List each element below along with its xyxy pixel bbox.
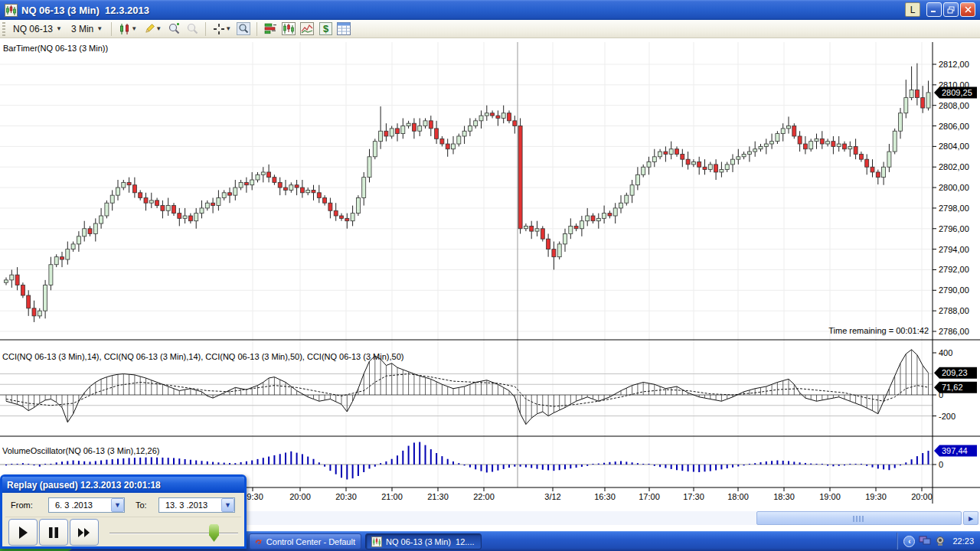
instrument-label: NQ 06-13 bbox=[13, 24, 53, 34]
window-title: NQ 06-13 (3 Min) 12.3.2013 bbox=[21, 5, 149, 16]
cursor-mode-button[interactable]: ▼ bbox=[211, 21, 234, 37]
toolbar-grip[interactable] bbox=[2, 22, 5, 36]
cci-panel-label: CCI(NQ 06-13 (3 Min),14), CCI(NQ 06-13 (… bbox=[2, 352, 403, 361]
svg-text:3/12: 3/12 bbox=[544, 492, 560, 501]
candlestick-icon bbox=[119, 23, 131, 35]
time-axis-layer: 19:3020:0020:3021:0021:3022:003/1216:301… bbox=[242, 487, 933, 501]
svg-text:21:00: 21:00 bbox=[381, 492, 403, 501]
tray-clock: 22:23 bbox=[952, 536, 974, 546]
drawing-tool-button[interactable]: ▼ bbox=[141, 21, 164, 37]
svg-text:71,62: 71,62 bbox=[942, 383, 963, 392]
restore-button[interactable] bbox=[943, 2, 959, 17]
window-titlebar[interactable]: NQ 06-13 (3 Min) 12.3.2013 L bbox=[0, 0, 980, 20]
replay-to-label: To: bbox=[136, 500, 147, 510]
replay-titlebar[interactable]: Replay (paused) 12.3.2013 20:01:18 bbox=[2, 477, 244, 493]
hscroll-thumb[interactable] bbox=[756, 511, 962, 525]
toolbar-separator bbox=[111, 22, 112, 36]
replay-play-button[interactable] bbox=[8, 519, 38, 546]
candles-layer bbox=[5, 64, 931, 322]
replay-fastforward-button[interactable] bbox=[70, 519, 99, 546]
chart-area[interactable]: 2786,002788,002790,002792,002794,002796,… bbox=[0, 38, 980, 507]
svg-text:2792,00: 2792,00 bbox=[939, 265, 969, 274]
zoom-in-button[interactable] bbox=[165, 21, 182, 37]
zoom-in-icon bbox=[168, 22, 181, 35]
app-chart-icon bbox=[5, 4, 18, 17]
zoom-out-button[interactable] bbox=[184, 21, 201, 37]
svg-text:19:30: 19:30 bbox=[865, 492, 887, 501]
region-zoom-button[interactable] bbox=[235, 21, 252, 37]
close-button[interactable] bbox=[960, 2, 975, 17]
svg-text:2796,00: 2796,00 bbox=[939, 224, 969, 233]
replay-slider-thumb[interactable] bbox=[209, 524, 219, 542]
system-tray: ‹ 22:23 bbox=[889, 531, 980, 551]
hscroll-right-arrow[interactable]: ▸ bbox=[963, 511, 978, 525]
replay-from-label: From: bbox=[11, 500, 33, 510]
svg-text:21:30: 21:30 bbox=[427, 492, 449, 501]
chevron-down-icon: ▼ bbox=[155, 25, 162, 32]
new-chart-button[interactable] bbox=[280, 21, 297, 37]
time-remaining-label: Time remaining = 00:01:42 bbox=[828, 326, 929, 335]
play-icon bbox=[17, 526, 29, 540]
chart-style-button[interactable]: ▼ bbox=[116, 21, 139, 37]
interval-selector[interactable]: 3 Min ▼ bbox=[67, 22, 107, 36]
svg-text:-200: -200 bbox=[939, 412, 956, 421]
svg-text:2808,00: 2808,00 bbox=[939, 101, 969, 110]
svg-text:16:30: 16:30 bbox=[594, 492, 616, 501]
svg-text:209,23: 209,23 bbox=[942, 368, 968, 377]
crosshair-icon bbox=[213, 23, 225, 35]
zoom-out-icon bbox=[186, 22, 199, 35]
svg-text:2804,00: 2804,00 bbox=[939, 142, 969, 151]
taskbar-button-label: Control Center - Default bbox=[266, 537, 355, 546]
chart-toolbar: NQ 06-13 ▼ 3 Min ▼ ▼ ▼ bbox=[0, 20, 980, 38]
replay-to-select[interactable]: 13. 3 .2013 ▼ bbox=[158, 497, 235, 513]
replay-controls bbox=[5, 517, 241, 547]
tray-chevron-icon[interactable]: ‹ bbox=[903, 536, 915, 547]
magnifier-icon bbox=[237, 22, 250, 35]
svg-text:2786,00: 2786,00 bbox=[939, 327, 969, 336]
svg-text:2800,00: 2800,00 bbox=[939, 183, 969, 192]
svg-text:400: 400 bbox=[939, 348, 952, 357]
replay-from-value: 6. 3 .2013 bbox=[49, 500, 111, 510]
chevron-down-icon: ▼ bbox=[131, 25, 137, 32]
grid-layer bbox=[0, 42, 933, 487]
app-screen: NQ 06-13 (3 Min) 12.3.2013 L NQ 06-13 ▼ … bbox=[0, 0, 980, 551]
pencil-icon bbox=[143, 23, 155, 35]
ninjatrader-swirl-icon bbox=[255, 536, 263, 547]
svg-text:2798,00: 2798,00 bbox=[939, 204, 969, 213]
svg-text:18:30: 18:30 bbox=[773, 492, 795, 501]
toolbar-separator bbox=[256, 22, 257, 36]
fast-forward-icon bbox=[77, 527, 91, 538]
line-chart-button[interactable] bbox=[299, 21, 315, 37]
replay-from-select[interactable]: 6. 3 .2013 ▼ bbox=[48, 497, 125, 513]
chevron-down-icon[interactable]: ▼ bbox=[111, 498, 124, 512]
replay-to-value: 13. 3 .2013 bbox=[159, 500, 221, 510]
axis-layer: 2786,002788,002790,002792,002794,002796,… bbox=[0, 42, 980, 504]
taskbar-button-label: NQ 06-13 (3 Min) 12.... bbox=[386, 537, 475, 546]
volosc-panel-label: VolumeOscillator(NQ 06-13 (3 Min),12,26) bbox=[2, 446, 159, 455]
instrument-selector[interactable]: NQ 06-13 ▼ bbox=[8, 22, 67, 36]
svg-text:2788,00: 2788,00 bbox=[939, 306, 969, 315]
chevron-down-icon[interactable]: ▼ bbox=[221, 498, 234, 512]
svg-text:2806,00: 2806,00 bbox=[939, 122, 969, 131]
data-grid-button[interactable] bbox=[335, 21, 352, 37]
chart-window-icon bbox=[371, 536, 382, 547]
link-button[interactable]: L bbox=[905, 2, 920, 17]
webcam-tray-icon[interactable] bbox=[935, 536, 946, 546]
mini-chart-icon bbox=[282, 22, 296, 35]
replay-window[interactable]: Replay (paused) 12.3.2013 20:01:18 From:… bbox=[0, 474, 247, 549]
svg-text:397,44: 397,44 bbox=[942, 446, 968, 455]
taskbar-button-chart[interactable]: NQ 06-13 (3 Min) 12.... bbox=[365, 533, 482, 549]
market-analyzer-button[interactable] bbox=[262, 21, 279, 37]
pause-icon bbox=[48, 527, 59, 539]
price-panel-label: BarTimer(NQ 06-13 (3 Min)) bbox=[3, 44, 108, 53]
replay-pause-button[interactable] bbox=[39, 519, 68, 546]
svg-text:17:30: 17:30 bbox=[683, 492, 704, 501]
svg-text:20:00: 20:00 bbox=[911, 492, 933, 501]
network-monitors-icon[interactable] bbox=[919, 536, 931, 546]
svg-text:$: $ bbox=[323, 23, 329, 34]
chart-canvas[interactable]: 2786,002788,002790,002792,002794,002796,… bbox=[0, 38, 980, 507]
account-data-button[interactable]: $ bbox=[317, 21, 334, 37]
svg-text:19:00: 19:00 bbox=[819, 492, 841, 501]
minimize-button[interactable] bbox=[926, 2, 942, 17]
taskbar-button-control-center[interactable]: Control Center - Default bbox=[249, 533, 361, 549]
